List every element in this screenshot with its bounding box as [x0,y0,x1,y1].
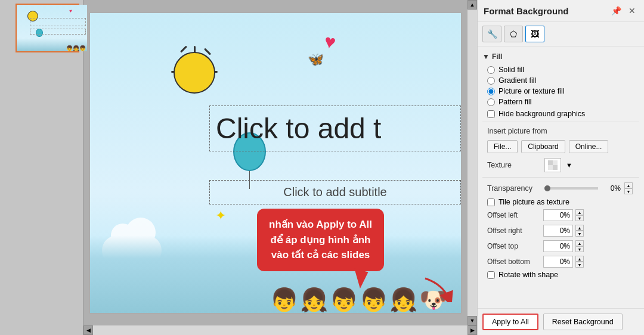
slide-canvas: ♥ 🦋 Click to add t Click to add subt [89,13,462,314]
subtitle-placeholder[interactable]: Click to add subtitle [209,180,461,204]
title-text: Click to add t [216,113,381,144]
svg-rect-1 [553,160,558,165]
reset-background-btn[interactable]: Reset Background [543,314,623,330]
divider-1 [482,122,639,122]
transparency-value: 0% [602,184,621,193]
offset-bottom-label: Offset bottom [487,258,541,266]
svg-rect-3 [553,165,558,170]
divider-2 [482,177,639,178]
texture-picker-btn[interactable] [544,158,561,172]
transparency-up[interactable]: ▲ [624,182,633,188]
tile-option[interactable]: Tile picture as texture [482,197,639,207]
arrow-indicator [419,272,455,302]
fill-section-header[interactable]: ▼ Fill [482,50,639,63]
panel-pin-btn[interactable]: 📌 [609,5,624,17]
offset-right-up[interactable]: ▲ [575,225,584,231]
tab-image[interactable]: 🖼 [525,26,544,42]
scroll-up-btn[interactable]: ▲ [467,0,477,10]
offset-top-row: Offset top ▲ ▼ [482,238,639,254]
solid-fill-label: Solid fill [499,66,524,74]
svg-rect-0 [548,160,553,165]
offset-top-spinner[interactable]: ▲ ▼ [575,240,584,252]
offset-left-up[interactable]: ▲ [575,209,584,215]
offset-right-down[interactable]: ▼ [575,231,584,237]
rotate-label: Rotate with shape [499,271,558,279]
scroll-track-h[interactable] [93,325,467,335]
rotate-option[interactable]: Rotate with shape [482,269,639,280]
slide-with-scrollbar: ♥ 🦋 Click to add t Click to add subt [83,0,477,325]
callout-tooltip: nhấn vào Apply to Allđể áp dụng hình ảnh… [257,209,384,271]
offset-right-spinner[interactable]: ▲ ▼ [575,225,584,237]
tab-shape[interactable]: ⬠ [504,26,523,42]
fill-section-arrow: ▼ [482,52,490,61]
solid-fill-radio[interactable] [487,66,495,74]
offset-top-up[interactable]: ▲ [575,240,584,246]
hide-background-label: Hide background graphics [499,110,585,118]
online-btn[interactable]: Online... [569,140,609,153]
panel-content: ▼ Fill Solid fill Gradient fill Picture … [478,46,644,308]
scroll-right-btn[interactable]: ▶ [467,325,477,335]
transparency-spinner[interactable]: ▲ ▼ [624,182,633,194]
offset-bottom-row: Offset bottom ▲ ▼ [482,254,639,269]
transparency-slider[interactable] [544,187,598,190]
hide-background-checkbox[interactable] [487,110,495,118]
picture-fill-radio[interactable] [487,88,495,95]
offset-bottom-up[interactable]: ▲ [575,256,584,262]
gradient-fill-label: Gradient fill [499,76,536,85]
thumb-title-area [30,18,86,26]
panel-header: Format Background 📌 ✕ [478,0,644,22]
offset-bottom-down[interactable]: ▼ [575,262,584,268]
fill-options: Solid fill Gradient fill Picture or text… [482,63,639,108]
pattern-fill-option[interactable]: Pattern fill [487,98,634,106]
pattern-fill-radio[interactable] [487,98,495,106]
slide-thumbnail[interactable]: ♥ 👦👧👦 [16,4,79,52]
offset-left-spinner[interactable]: ▲ ▼ [575,209,584,221]
offset-right-row: Offset right ▲ ▼ [482,223,639,238]
texture-label: Texture [487,161,541,169]
transparency-down[interactable]: ▼ [624,188,633,194]
sun-circle [174,52,215,94]
offset-left-down[interactable]: ▼ [575,215,584,221]
tile-label: Tile picture as texture [499,198,569,206]
panel-footer: Apply to All Reset Background [478,308,644,335]
subtitle-text: Click to add subtitle [283,185,386,198]
sun-ray-tl [180,45,187,52]
heart-decoration: ♥ [323,30,338,54]
offset-bottom-input[interactable] [543,256,573,268]
sun-decoration [168,46,221,100]
offset-left-input[interactable] [543,209,573,221]
gradient-fill-radio[interactable] [487,77,495,85]
title-placeholder[interactable]: Click to add t [209,106,461,151]
slide-panel: 1 ♥ 👦👧👦 [0,0,83,335]
svg-rect-2 [548,165,553,170]
thumb-subtitle-area [30,29,86,35]
picture-fill-label: Picture or texture fill [499,87,564,95]
texture-row: Texture ▼ [482,156,639,175]
thumb-heart-icon: ♥ [69,8,72,14]
file-btn[interactable]: File... [487,140,518,153]
transparency-row: Transparency 0% ▲ ▼ [482,180,639,197]
hide-background-option[interactable]: Hide background graphics [482,108,639,119]
tab-format[interactable]: 🔧 [482,26,501,42]
insert-picture-label: Insert picture from [487,127,547,135]
slide-viewport: ♥ 🦋 Click to add t Click to add subt [83,0,467,325]
slide-thumb-canvas: ♥ 👦👧👦 [17,5,87,51]
clipboard-btn[interactable]: Clipboard [521,140,565,153]
scroll-left-btn[interactable]: ◀ [83,325,93,335]
panel-close-btn[interactable]: ✕ [626,5,638,17]
solid-fill-option[interactable]: Solid fill [487,66,634,74]
tile-checkbox[interactable] [487,198,495,206]
offset-top-input[interactable] [543,240,573,252]
offset-top-down[interactable]: ▼ [575,246,584,252]
sun-ray-tr [204,48,211,55]
scroll-track-v[interactable] [467,10,477,316]
picture-fill-option[interactable]: Picture or texture fill [487,87,634,95]
rotate-checkbox[interactable] [487,271,495,279]
texture-dropdown-arrow[interactable]: ▼ [566,162,572,169]
gradient-fill-option[interactable]: Gradient fill [487,76,634,85]
apply-to-all-btn[interactable]: Apply to All [482,314,538,330]
offset-bottom-spinner[interactable]: ▲ ▼ [575,256,584,268]
scroll-down-btn[interactable]: ▼ [467,316,477,325]
offset-left-row: Offset left ▲ ▼ [482,207,639,223]
offset-right-input[interactable] [543,225,573,237]
